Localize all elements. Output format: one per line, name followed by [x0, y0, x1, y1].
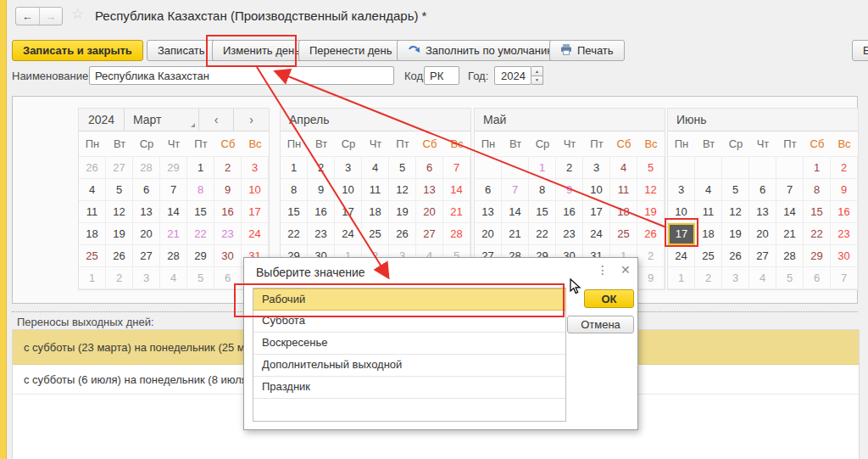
- day-cell-Июнь-10[interactable]: 10: [668, 201, 695, 223]
- day-cell-Июнь-6[interactable]: 6: [804, 267, 831, 289]
- day-cell-Март-4[interactable]: 4: [79, 179, 106, 201]
- day-cell-Май-19[interactable]: 19: [637, 201, 665, 223]
- more-button[interactable]: Ещё: [852, 40, 868, 61]
- day-cell-Март-28[interactable]: 28: [160, 245, 187, 267]
- year-input[interactable]: [494, 66, 531, 85]
- day-cell-Июнь-5[interactable]: 5: [776, 267, 804, 289]
- day-cell-Май-13[interactable]: 13: [475, 201, 502, 223]
- code-input[interactable]: [424, 66, 459, 85]
- day-cell-Апрель-20[interactable]: 20: [416, 201, 443, 223]
- dialog-option-1[interactable]: Рабочий: [253, 288, 565, 311]
- day-cell-Июнь-7[interactable]: 7: [776, 179, 804, 201]
- dialog-menu-icon[interactable]: ⋮: [597, 263, 609, 277]
- day-cell-Июнь-4[interactable]: 4: [749, 267, 776, 289]
- ok-button[interactable]: ОК: [584, 289, 634, 308]
- print-button[interactable]: Печать: [549, 40, 625, 61]
- day-cell-Июнь-25[interactable]: 25: [695, 245, 722, 267]
- day-cell-Май-20[interactable]: 20: [475, 223, 502, 245]
- day-cell-Март-16[interactable]: 16: [214, 201, 242, 223]
- day-cell-Июнь-4[interactable]: 4: [695, 179, 722, 201]
- month-select[interactable]: Март: [125, 109, 199, 131]
- day-cell-Апрель-27[interactable]: 27: [416, 223, 443, 245]
- day-cell-Март-13[interactable]: 13: [133, 201, 160, 223]
- day-cell-Март-28[interactable]: 28: [133, 157, 160, 179]
- day-cell-Март-6[interactable]: 6: [214, 267, 242, 289]
- day-cell-Март-1[interactable]: 1: [79, 267, 106, 289]
- day-cell-Май-22[interactable]: 22: [529, 223, 556, 245]
- day-cell-Март-30[interactable]: 30: [214, 245, 242, 267]
- day-cell-Апрель-9[interactable]: 9: [308, 179, 335, 201]
- day-cell-Июнь-21[interactable]: 21: [776, 223, 804, 245]
- day-cell-Март-2[interactable]: 2: [106, 267, 133, 289]
- day-cell-Май-11[interactable]: 11: [610, 179, 637, 201]
- day-cell-Апрель-13[interactable]: 13: [416, 179, 443, 201]
- day-cell-Июнь-24[interactable]: 24: [668, 245, 695, 267]
- day-cell-Март-20[interactable]: 20: [133, 223, 160, 245]
- day-cell-Март-12[interactable]: 12: [106, 201, 133, 223]
- day-cell-Май-12[interactable]: 12: [637, 179, 665, 201]
- day-cell-Апрель-16[interactable]: 16: [308, 201, 335, 223]
- day-cell-Июнь-22[interactable]: 22: [804, 223, 831, 245]
- day-cell-Июнь-23[interactable]: 23: [831, 223, 858, 245]
- day-cell-Март-7[interactable]: 7: [160, 179, 187, 201]
- day-cell-Март-14[interactable]: 14: [160, 201, 187, 223]
- name-input[interactable]: [89, 66, 394, 85]
- day-cell-Март-4[interactable]: 4: [160, 267, 187, 289]
- day-cell-Март-15[interactable]: 15: [187, 201, 214, 223]
- day-cell-Апрель-25[interactable]: 25: [362, 223, 389, 245]
- day-cell-Май-23[interactable]: 23: [556, 223, 583, 245]
- day-cell-Июнь-6[interactable]: 6: [749, 179, 776, 201]
- day-cell-Май-10[interactable]: 10: [583, 179, 610, 201]
- dialog-option-3[interactable]: Воскресенье: [253, 333, 565, 355]
- day-cell-Июнь-30[interactable]: 30: [831, 245, 858, 267]
- day-cell-Июнь-2[interactable]: 2: [831, 157, 858, 179]
- change-day-button[interactable]: Изменить день: [212, 40, 311, 61]
- fill-default-button[interactable]: Заполнить по умолчанию: [397, 40, 566, 61]
- day-cell-Апрель-11[interactable]: 11: [362, 179, 389, 201]
- day-cell-Июнь-8[interactable]: 8: [804, 179, 831, 201]
- day-cell-Май-18[interactable]: 18: [610, 201, 637, 223]
- day-cell-Июнь-27[interactable]: 27: [749, 245, 776, 267]
- day-cell-Июнь-7[interactable]: 7: [831, 267, 858, 289]
- day-cell-Март-25[interactable]: 25: [79, 245, 106, 267]
- day-cell-Июнь-15[interactable]: 15: [804, 201, 831, 223]
- day-cell-Июнь-3[interactable]: 3: [722, 267, 749, 289]
- day-cell-Апрель-7[interactable]: 7: [443, 157, 470, 179]
- day-cell-Июнь-11[interactable]: 11: [695, 201, 722, 223]
- day-cell-Апрель-14[interactable]: 14: [443, 179, 470, 201]
- day-cell-Март-6[interactable]: 6: [133, 179, 160, 201]
- day-cell-Март-29[interactable]: 29: [160, 157, 187, 179]
- day-cell-Июнь-20[interactable]: 20: [749, 223, 776, 245]
- day-cell-Март-22[interactable]: 22: [187, 223, 214, 245]
- day-cell-Март-8[interactable]: 8: [187, 179, 214, 201]
- day-cell-Май-14[interactable]: 14: [502, 201, 529, 223]
- day-cell-Июнь-29[interactable]: 29: [804, 245, 831, 267]
- day-cell-Март-18[interactable]: 18: [79, 223, 106, 245]
- cancel-button[interactable]: Отмена: [567, 316, 634, 333]
- day-cell-Июнь-16[interactable]: 16: [831, 201, 858, 223]
- day-cell-Март-19[interactable]: 19: [106, 223, 133, 245]
- year-spinner-down[interactable]: ▼: [531, 76, 543, 86]
- day-cell-Май-26[interactable]: 26: [637, 223, 665, 245]
- day-cell-Май-3[interactable]: 3: [583, 157, 610, 179]
- day-cell-Март-10[interactable]: 10: [242, 179, 269, 201]
- day-cell-Июнь-1[interactable]: 1: [804, 157, 831, 179]
- day-cell-Апрель-2[interactable]: 2: [308, 157, 335, 179]
- dialog-close-icon[interactable]: ✕: [620, 263, 631, 277]
- day-cell-Апрель-12[interactable]: 12: [389, 179, 416, 201]
- day-cell-Апрель-1[interactable]: 1: [281, 157, 308, 179]
- next-month-button[interactable]: ›: [234, 109, 269, 131]
- day-cell-Март-3[interactable]: 3: [242, 157, 269, 179]
- day-cell-Июнь-19[interactable]: 19: [722, 223, 749, 245]
- day-cell-Март-11[interactable]: 11: [79, 201, 106, 223]
- day-cell-Май-17[interactable]: 17: [583, 201, 610, 223]
- day-cell-Март-9[interactable]: 9: [214, 179, 242, 201]
- day-cell-Май-15[interactable]: 15: [529, 201, 556, 223]
- save-and-close-button[interactable]: Записать и закрыть: [12, 40, 143, 61]
- day-cell-Июнь-9[interactable]: 9: [831, 179, 858, 201]
- day-cell-Март-23[interactable]: 23: [214, 223, 242, 245]
- year-spinner-up[interactable]: ▲: [531, 66, 543, 76]
- day-cell-Июнь-1[interactable]: 1: [668, 267, 695, 289]
- day-cell-Апрель-3[interactable]: 3: [335, 157, 362, 179]
- dialog-option-2[interactable]: Суббота: [253, 311, 565, 333]
